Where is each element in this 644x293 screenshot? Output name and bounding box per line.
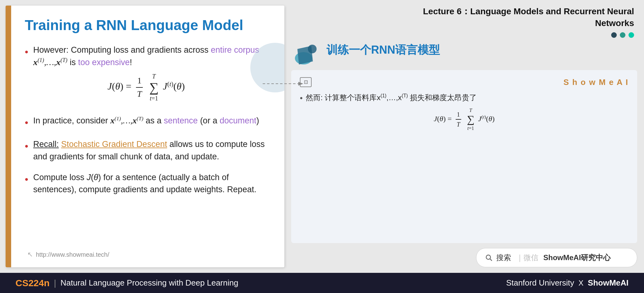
bullet-4-text: Compute loss J(θ) for a sentence (actual… bbox=[33, 173, 256, 194]
showmeai-brand: S h o w M e A I bbox=[563, 76, 629, 88]
bullet-3-content: Recall: Stochastic Gradient Descent allo… bbox=[33, 138, 269, 162]
search-brand: ShowMeAI研究中心 bbox=[543, 253, 611, 263]
bottom-pipe: | bbox=[54, 278, 56, 288]
bullet-1-expensive: too expensive bbox=[78, 58, 130, 67]
bullet-dot-3: • bbox=[25, 139, 28, 153]
bullet-3-sgd: Stochastic Gradient Descent bbox=[61, 140, 167, 149]
bullet-1-exclaim: ! bbox=[130, 58, 132, 67]
bullet-item-3: • Recall: Stochastic Gradient Descent al… bbox=[25, 138, 269, 162]
svg-point-3 bbox=[486, 255, 491, 260]
slide-footer: ↖ http://www.showmeai.tech/ bbox=[27, 251, 109, 259]
slide-content: Training a RNN Language Model • However:… bbox=[11, 6, 284, 267]
footer-url: http://www.showmeai.tech/ bbox=[36, 251, 109, 258]
cn-text-prefix: 然而: 计算整个语料库x(1),…,x(T) 损失和梯度太昂贵了 bbox=[306, 93, 477, 102]
lecture-line2: Networks bbox=[595, 18, 634, 28]
translate-icon-area bbox=[294, 43, 322, 65]
bottom-subtitle: Natural Language Processing with Deep Le… bbox=[60, 278, 238, 288]
bullet-1-highlight: entire corpus bbox=[211, 45, 259, 55]
x-separator: X bbox=[579, 279, 584, 287]
nav-dot-3 bbox=[629, 32, 634, 38]
bullet-2-content: In practice, consider x(1),…,x(T) as a s… bbox=[33, 115, 259, 127]
svg-point-2 bbox=[308, 45, 317, 53]
search-divider: ｜微信 bbox=[516, 253, 538, 263]
slide-title: Training a RNN Language Model bbox=[25, 17, 269, 33]
showmeai-header: ⊡ S h o w M e A I bbox=[300, 76, 629, 88]
bullet-1-formula-text: x(1),…,x(T) bbox=[33, 57, 67, 67]
bullet-2-sentence: sentence bbox=[164, 116, 198, 125]
bullet-3-recall: Recall: bbox=[33, 140, 59, 149]
nav-dots bbox=[611, 32, 637, 38]
cursor-icon: ↖ bbox=[27, 251, 33, 259]
showmeai-label: ShowMeAI bbox=[588, 278, 629, 288]
stanford-label: Stanford University bbox=[506, 278, 574, 288]
translate-icon-svg bbox=[294, 43, 322, 65]
main-area: Training a RNN Language Model • However:… bbox=[0, 0, 644, 273]
search-label: 搜索 bbox=[496, 253, 511, 263]
svg-line-4 bbox=[490, 259, 492, 261]
bullet-dot-2: • bbox=[25, 115, 28, 130]
orange-bar bbox=[6, 6, 11, 267]
chinese-title: 训练一个RNN语言模型 bbox=[326, 43, 440, 57]
bullet-1-prefix: However: Computing loss and gradients ac… bbox=[33, 45, 211, 55]
showmeai-icon-symbol: ⊡ bbox=[304, 78, 308, 86]
bullet-list: • However: Computing loss and gradients … bbox=[25, 44, 269, 196]
cn-formula: J(θ) = 1 T T ∑ t=1 J(t)(θ) bbox=[300, 107, 629, 132]
cn-bullet: • 然而: 计算整个语料库x(1),…,x(T) 损失和梯度太昂贵了 bbox=[300, 92, 629, 104]
bottom-right: Stanford University X ShowMeAI bbox=[506, 278, 629, 288]
bullet-item-4: • Compute loss J(θ) for a sentence (actu… bbox=[25, 171, 269, 196]
lecture-header: Lecture 6：Language Models and Recurrent … bbox=[423, 6, 637, 29]
bottom-bar: CS224n | Natural Language Processing wit… bbox=[0, 273, 644, 293]
cn-bullet-dot: • bbox=[300, 92, 303, 104]
formula-1: J(θ) = 1 T T ∑ t=1 J(t)(θ) bbox=[33, 72, 259, 103]
search-bar[interactable]: 搜索 ｜微信 ShowMeAI研究中心 bbox=[476, 248, 637, 267]
bullet-2-or: (or a bbox=[198, 116, 220, 125]
bullet-2-prefix: In practice, consider bbox=[33, 116, 110, 125]
translation-section: 训练一个RNN语言模型 bbox=[291, 43, 637, 65]
cs224n-label: CS224n bbox=[15, 278, 50, 288]
bullet-2-as: as a bbox=[143, 116, 164, 125]
cn-bullet-content: 然而: 计算整个语料库x(1),…,x(T) 损失和梯度太昂贵了 bbox=[306, 92, 477, 103]
bullet-2-end: ) bbox=[256, 116, 259, 125]
bullet-2-doc: document bbox=[220, 116, 256, 125]
bullet-item-1: • However: Computing loss and gradients … bbox=[25, 44, 269, 106]
lecture-line1: Lecture 6：Language Models and Recurrent … bbox=[423, 7, 634, 16]
bullet-dot-4: • bbox=[25, 172, 28, 186]
showmeai-icon: ⊡ bbox=[300, 77, 312, 87]
right-panel: Lecture 6：Language Models and Recurrent … bbox=[284, 0, 644, 273]
showmeai-box: ⊡ S h o w M e A I • 然而: 计算整个语料库x(1),…,x(… bbox=[291, 70, 637, 243]
bullet-item-2: • In practice, consider x(1),…,x(T) as a… bbox=[25, 115, 269, 130]
bottom-left: CS224n | Natural Language Processing wit… bbox=[15, 278, 238, 288]
nav-dot-1 bbox=[611, 32, 617, 38]
bullet-1-content: However: Computing loss and gradients ac… bbox=[33, 44, 259, 106]
nav-dot-2 bbox=[620, 32, 625, 38]
bullet-dot-1: • bbox=[25, 45, 28, 59]
left-slide: Training a RNN Language Model • However:… bbox=[6, 6, 284, 267]
search-icon bbox=[485, 254, 493, 261]
bullet-1-is: is bbox=[68, 58, 78, 67]
bullet-4-content: Compute loss J(θ) for a sentence (actual… bbox=[33, 171, 269, 196]
